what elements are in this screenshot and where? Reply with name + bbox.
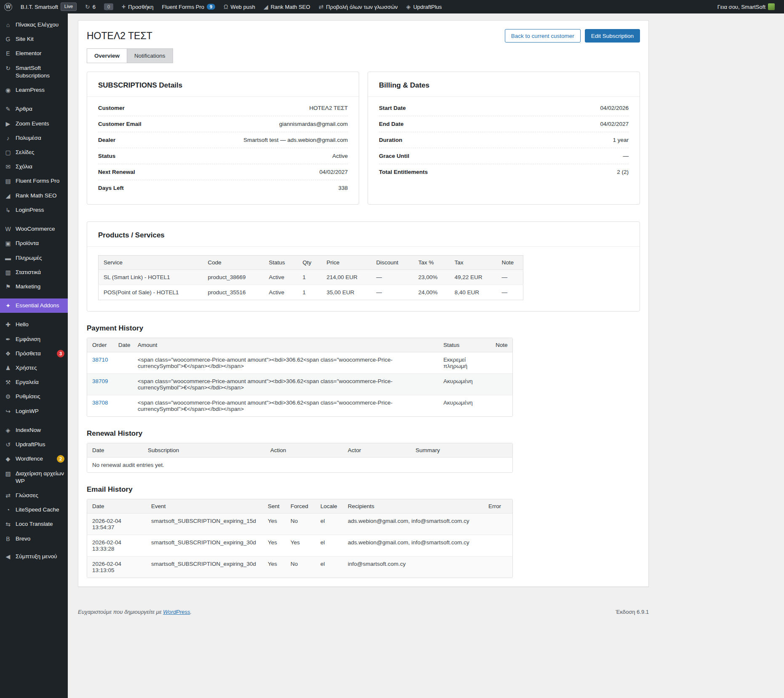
sidebar-item-indexnow[interactable]: ◈IndexNow — [0, 423, 68, 437]
wordpress-logo-menu[interactable]: W — [0, 0, 16, 13]
bell-icon: Ω — [224, 4, 228, 10]
sidebar-item-wp-file-manager[interactable]: ▨Διαχείριση αρχείων WP — [0, 466, 68, 488]
renewal-history-box: DateSubscriptionActionActorSummary No re… — [87, 443, 513, 473]
web-push-menu[interactable]: Ω Web push — [219, 0, 259, 13]
table-cell: el — [315, 514, 343, 535]
sidebar-item-statistics[interactable]: ▥Στατιστικά — [0, 265, 68, 280]
sidebar-item-learnpress[interactable]: ◉LearnPress — [0, 83, 68, 97]
products-table: ServiceCodeStatusQtyPriceDiscountTax %Ta… — [98, 255, 523, 300]
sidebar-item-posts[interactable]: ✎Άρθρα — [0, 102, 68, 116]
column-header: Order — [87, 338, 113, 352]
rank-math-label: Rank Math SEO — [271, 4, 310, 10]
email-history-box: DateEventSentForcedLocaleRecipientsError… — [87, 499, 513, 578]
main-content: ΗΟΤΕΛ2 ΤΕΣΤ Back to current customer Edi… — [68, 13, 784, 698]
billing-dates-title: Billing & Dates — [368, 72, 640, 97]
table-cell: 1 — [298, 270, 322, 285]
marketing-icon: ⚑ — [4, 283, 12, 290]
column-header: Discount — [371, 256, 413, 270]
zoom-events-icon: ▶ — [4, 120, 12, 128]
sidebar-item-loginpress[interactable]: ↳LoginPress — [0, 203, 68, 217]
detail-value: Active — [332, 153, 348, 159]
wordpress-admin: W B.I.T. Smartsoft Live ↻ 6 0 + Προσθήκη… — [0, 0, 784, 698]
edit-subscription-button[interactable]: Edit Subscription — [585, 29, 640, 43]
table-cell: Active — [264, 285, 298, 300]
subscription-details-list: CustomerΗΟΤΕΛ2 ΤΕΣΤCustomer Emailgiannis… — [87, 97, 359, 204]
table-row: 2026-02-04 13:33:28smartsoft_SUBSCRIPTIO… — [87, 535, 512, 557]
sidebar-item-settings[interactable]: ⚙Ρυθμίσεις — [0, 389, 68, 404]
sidebar-item-updraftplus[interactable]: ↺UpdraftPlus — [0, 437, 68, 452]
indexnow-icon: ◈ — [4, 426, 12, 434]
my-account-menu[interactable]: Γεια σου, SmartSoft — [713, 0, 779, 13]
column-header: Actor — [343, 443, 411, 458]
tab-overview[interactable]: Overview — [87, 48, 127, 63]
subscription-details-card: SUBSCRIPTIONS Details CustomerΗΟΤΕΛ2 ΤΕΣ… — [87, 72, 359, 205]
column-header: Note — [491, 338, 512, 352]
languages-menu[interactable]: ⇄ Προβολή όλων των γλωσσών — [315, 0, 402, 13]
collapse-menu-button[interactable]: ◀ Σύμπτυξη μενού — [0, 549, 68, 564]
order-link[interactable]: 38709 — [92, 378, 108, 384]
sidebar-item-brevo[interactable]: BBrevo — [0, 532, 68, 546]
table-cell: No — [285, 557, 315, 578]
sidebar-item-loco-translate[interactable]: ⇆Loco Translate — [0, 517, 68, 531]
comments-menu[interactable]: 0 — [100, 0, 117, 13]
updates-menu[interactable]: ↻ 6 — [81, 0, 100, 13]
sidebar-item-payments[interactable]: ▬Πληρωμές — [0, 251, 68, 265]
sidebar-item-essential-addons[interactable]: ✦Essential Addons — [0, 298, 68, 313]
sidebar-item-fluent-forms-pro[interactable]: ▤Fluent Forms Pro — [0, 174, 68, 188]
wordpress-link[interactable]: WordPress — [163, 609, 190, 615]
sidebar-item-dashboard[interactable]: ⌂Πίνακας Ελέγχου — [0, 18, 68, 32]
table-cell: 23,00% — [413, 270, 450, 285]
column-header: Recipients — [343, 499, 483, 514]
order-link[interactable]: 38710 — [92, 357, 108, 363]
amount-cell: <span class="woocommerce-Price-amount am… — [133, 374, 438, 395]
sidebar-item-marketing[interactable]: ⚑Marketing — [0, 280, 68, 294]
detail-value: 04/02/2027 — [600, 121, 629, 127]
hello-icon: ✚ — [4, 321, 12, 328]
updates-icon: ↻ — [85, 4, 90, 10]
sidebar-item-loginwp[interactable]: ↪LoginWP — [0, 404, 68, 418]
sidebar-item-label: Elementor — [16, 50, 64, 57]
sidebar-item-smartsoft-subscriptions[interactable]: ↻SmartSoft Subscriptions — [0, 61, 68, 83]
sidebar-item-hello[interactable]: ✚Hello — [0, 317, 68, 332]
fluent-forms-menu[interactable]: Fluent Forms Pro 9 — [158, 0, 220, 13]
sidebar-item-media[interactable]: ♪Πολυμέσα — [0, 131, 68, 145]
page-wrap: ΗΟΤΕΛ2 ΤΕΣΤ Back to current customer Edi… — [78, 20, 649, 587]
table-cell: el — [315, 535, 343, 557]
sidebar-item-woocommerce[interactable]: WWooCommerce — [0, 222, 68, 236]
sidebar-item-rank-math-seo[interactable]: ◢Rank Math SEO — [0, 189, 68, 203]
woocommerce-icon: W — [4, 225, 12, 233]
sidebar-item-languages[interactable]: ⇄Γλώσσες — [0, 488, 68, 503]
rank-math-menu[interactable]: ◢ Rank Math SEO — [259, 0, 315, 13]
sidebar-item-comments[interactable]: ✉Σχόλια — [0, 160, 68, 174]
table-row: 2026-02-04 13:54:37smartsoft_SUBSCRIPTIO… — [87, 514, 512, 535]
sidebar-item-products[interactable]: ▣Προϊόντα — [0, 236, 68, 250]
sidebar-item-tools[interactable]: ⚒Εργαλεία — [0, 375, 68, 389]
loco-translate-icon: ⇆ — [4, 520, 12, 528]
sidebar-item-label: Γλώσσες — [16, 492, 64, 499]
order-link[interactable]: 38708 — [92, 400, 108, 406]
sidebar-item-users[interactable]: ♟Χρήστες — [0, 361, 68, 375]
sidebar-item-pages[interactable]: ▢Σελίδες — [0, 145, 68, 160]
collapse-label: Σύμπτυξη μενού — [16, 553, 64, 560]
column-header: Sent — [263, 499, 285, 514]
media-icon: ♪ — [4, 134, 12, 142]
column-header: Event — [146, 499, 263, 514]
new-content-menu[interactable]: + Προσθήκη — [117, 0, 158, 13]
sidebar-item-litespeed-cache[interactable]: ◔LiteSpeed Cache — [0, 503, 68, 517]
menu-separator — [0, 313, 68, 317]
table-cell: 2026-02-04 13:13:05 — [87, 557, 146, 578]
sidebar-item-elementor[interactable]: EElementor — [0, 46, 68, 61]
tab-notifications[interactable]: Notifications — [127, 48, 173, 63]
languages-icon: ⇄ — [4, 492, 12, 499]
sidebar-item-wordfence[interactable]: ◆Wordfence2 — [0, 452, 68, 466]
back-to-customer-button[interactable]: Back to current customer — [505, 29, 581, 43]
sidebar-item-appearance[interactable]: ✒Εμφάνιση — [0, 332, 68, 346]
fluent-forms-badge: 9 — [207, 4, 215, 10]
updraftplus-menu[interactable]: ◈ UpdraftPlus — [402, 0, 446, 13]
sidebar-item-site-kit[interactable]: GSite Kit — [0, 32, 68, 46]
detail-row: DealerSmartsoft test — ads.webion@gmail.… — [98, 132, 348, 148]
sidebar-item-zoom-events[interactable]: ▶Zoom Events — [0, 117, 68, 131]
sidebar-item-label: UpdraftPlus — [16, 441, 64, 448]
site-name-menu[interactable]: B.I.T. Smartsoft Live — [16, 0, 81, 13]
sidebar-item-plugins[interactable]: ❖Πρόσθετα3 — [0, 346, 68, 361]
